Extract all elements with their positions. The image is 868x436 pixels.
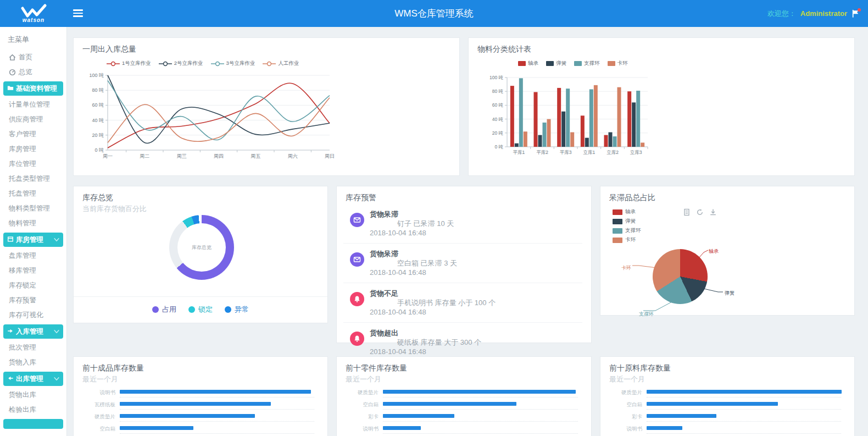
alert-item[interactable]: 货物呆滞 空白箱 已呆滞 3 天 2018-10-04 16:48 (343, 244, 582, 283)
hbar[interactable] (120, 402, 271, 406)
hbar-label: 空白箱 (346, 401, 379, 409)
outbound-arrow-icon (7, 375, 14, 382)
top-materials-bar-chart[interactable]: 硬质垫片 空白箱 彩卡 说明书 (609, 388, 849, 436)
hbar[interactable] (647, 402, 778, 406)
legend-item[interactable]: 1号立库作业 (107, 60, 151, 67)
hbar[interactable] (647, 390, 842, 394)
sidebar-item-19[interactable]: 批次管理 (0, 340, 66, 355)
pie-legend-item[interactable]: 支撑环 (613, 227, 641, 234)
alert-time: 2018-10-04 16:48 (370, 228, 582, 238)
alert-item[interactable]: 货物呆滞 钉子 已呆滞 10 天 2018-10-04 16:48 (343, 204, 582, 244)
hbar[interactable] (120, 426, 193, 430)
hbar-label: 说明书 (82, 389, 115, 396)
legend-item[interactable]: 支撑环 (574, 60, 600, 67)
download-icon (709, 208, 717, 216)
sidebar-item-7[interactable]: 库位管理 (0, 157, 66, 172)
material-bar-chart[interactable]: 0 吨20 吨40 吨60 吨80 吨100 吨平库1平库2平库3立库1立库2立… (484, 70, 654, 162)
donut-legend-item[interactable]: 异常 (225, 305, 249, 314)
sidebar-item-0[interactable]: 首页 (0, 50, 66, 65)
sidebar-item-12[interactable]: 库房管理 (3, 233, 63, 247)
sidebar-item-11[interactable]: 物料管理 (0, 216, 66, 231)
mail-icon (350, 213, 364, 227)
hbar-row: 空白箱 (346, 400, 586, 412)
hbar-label: 彩卡 (346, 413, 379, 421)
data-view-icon[interactable] (683, 208, 691, 216)
hbar-gridline (120, 409, 314, 410)
sidebar-item-20[interactable]: 货物入库 (0, 355, 66, 370)
legend-item[interactable]: 弹簧 (546, 60, 566, 67)
alert-time: 2018-10-04 16:48 (370, 347, 582, 356)
hbar[interactable] (383, 402, 516, 406)
sidebar-item-13[interactable]: 盘库管理 (0, 249, 66, 263)
svg-text:周日: 周日 (325, 153, 335, 159)
hbar-row: 硬质垫片 (346, 388, 586, 400)
card-material-stats: 物料分类统计表 轴承弹簧支撑环卡环 0 吨20 吨40 吨60 吨80 吨100… (468, 37, 855, 176)
sidebar-item-8[interactable]: 托盘类型管理 (0, 172, 66, 186)
top-finished-bar-chart[interactable]: 说明书 瓦楞纸板 硬质垫片 空白箱 (82, 388, 322, 436)
sidebar-section-label: 主菜单 (0, 27, 66, 50)
divider (74, 296, 327, 297)
card-inventory-subtitle: 当前库存货物百分比 (82, 204, 147, 214)
legend-item[interactable]: 卡环 (608, 60, 628, 67)
refresh-icon[interactable] (696, 208, 704, 216)
top-bar: watson WMS仓库管理系统 欢迎您： Administrator (0, 0, 868, 27)
alert-item[interactable]: 货物不足 手机说明书 库存量 小于 100 个 2018-10-04 16:48 (343, 283, 582, 323)
svg-text:立库1: 立库1 (583, 150, 595, 155)
legend-item[interactable]: 2号立库作业 (159, 60, 203, 67)
hbar[interactable] (120, 390, 311, 394)
pie-legend-item[interactable]: 弹簧 (613, 218, 641, 225)
username[interactable]: Administrator (800, 9, 847, 18)
pie-legend-item[interactable]: 轴承 (613, 208, 641, 216)
sidebar-item-23[interactable]: 检验出库 (0, 402, 66, 417)
hbar[interactable] (383, 390, 576, 394)
svg-text:周一: 周一 (103, 153, 113, 159)
sidebar-item-21[interactable]: 出库管理 (3, 372, 63, 386)
sidebar-item-9[interactable]: 托盘管理 (0, 186, 66, 201)
sidebar-item-10[interactable]: 物料类型管理 (0, 201, 66, 216)
sidebar-item-4[interactable]: 供应商管理 (0, 112, 66, 127)
card-weekly-io: 一周出入库总量 1号立库作业2号立库作业3号立库作业人工作业 0 吨20 吨40… (73, 37, 460, 176)
weekly-line-chart[interactable]: 0 吨20 吨40 吨60 吨80 吨100 吨周一周二周三周四周五周六周日 (84, 70, 336, 169)
sidebar-item-18[interactable]: 入库管理 (3, 324, 63, 339)
legend-item[interactable]: 人工作业 (263, 60, 299, 67)
hbar[interactable] (647, 426, 682, 430)
hbar-row: 说明书 (609, 424, 849, 436)
legend-item[interactable]: 轴承 (518, 60, 538, 67)
pie-label: 轴承 (709, 248, 719, 255)
sidebar-item-3[interactable]: 计量单位管理 (0, 97, 66, 112)
sidebar-item-label: 盘库管理 (9, 249, 36, 263)
material-bar-legend: 轴承弹簧支撑环卡环 (518, 60, 628, 67)
sidebar-item-22[interactable]: 货物出库 (0, 388, 66, 402)
mail-icon (353, 256, 361, 263)
download-icon[interactable] (709, 208, 717, 216)
sidebar-item-1[interactable]: 总览 (0, 65, 66, 80)
sidebar-item-17[interactable]: 库存可视化 (0, 308, 66, 323)
notification-flag-icon[interactable] (852, 9, 860, 18)
legend-item[interactable]: 3号立库作业 (211, 60, 255, 67)
hbar-label: 瓦楞纸板 (82, 401, 115, 409)
hbar-gridline (647, 409, 841, 410)
svg-text:20 吨: 20 吨 (92, 133, 104, 138)
hbar[interactable] (647, 414, 716, 418)
card-top-finished-title: 前十成品库存数量 (82, 363, 144, 373)
sidebar-item-15[interactable]: 库存锁定 (0, 278, 66, 293)
hbar-row: 彩卡 (346, 412, 586, 424)
hbar[interactable] (383, 414, 454, 418)
top-parts-bar-chart[interactable]: 硬质垫片 空白箱 彩卡 说明书 (346, 388, 586, 436)
svg-text:60 吨: 60 吨 (492, 102, 504, 108)
hbar-gridline (383, 409, 578, 410)
sidebar-item-6[interactable]: 库房管理 (0, 142, 66, 157)
sidebar-item-16[interactable]: 库存预警 (0, 293, 66, 308)
sidebar-item-2[interactable]: 基础资料管理 (3, 81, 63, 96)
donut-legend-item[interactable]: 锁定 (188, 305, 213, 314)
donut-legend-item[interactable]: 占用 (152, 305, 176, 314)
svg-text:100 吨: 100 吨 (489, 75, 504, 80)
sidebar-item-5[interactable]: 客户管理 (0, 127, 66, 142)
hbar-label: 空白箱 (82, 426, 115, 433)
hbar[interactable] (383, 426, 421, 430)
sidebar-item-14[interactable]: 移库管理 (0, 263, 66, 278)
alert-detail: 钉子 已呆滞 10 天 (370, 219, 582, 228)
hbar[interactable] (120, 414, 255, 418)
sidebar-item-24[interactable] (3, 419, 63, 429)
card-material-title: 物料分类统计表 (477, 45, 531, 54)
